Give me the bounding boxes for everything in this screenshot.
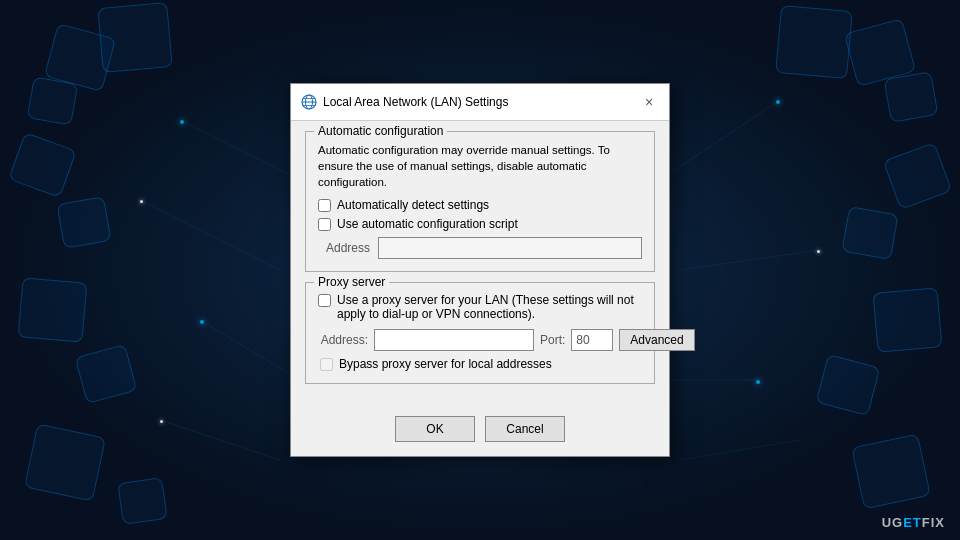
bypass-proxy-checkbox[interactable] <box>320 358 333 371</box>
proxy-address-row: Address: Port: Advanced <box>318 329 642 351</box>
auto-detect-row: Automatically detect settings <box>318 198 642 212</box>
auto-script-row: Use automatic configuration script <box>318 217 642 231</box>
svg-line-5 <box>160 420 280 460</box>
watermark-text1: UG <box>882 515 904 530</box>
bypass-row: Bypass proxy server for local addresses <box>318 357 642 371</box>
ok-button[interactable]: OK <box>395 416 475 442</box>
proxy-server-section: Proxy server Use a proxy server for your… <box>305 282 655 384</box>
advanced-button[interactable]: Advanced <box>619 329 694 351</box>
cancel-button[interactable]: Cancel <box>485 416 565 442</box>
watermark-text2: FIX <box>922 515 945 530</box>
use-proxy-label[interactable]: Use a proxy server for your LAN (These s… <box>337 293 642 321</box>
svg-line-1 <box>140 200 280 270</box>
watermark-highlight: ET <box>903 515 922 530</box>
proxy-enable-row: Use a proxy server for your LAN (These s… <box>318 293 642 321</box>
svg-line-3 <box>680 250 820 270</box>
auto-address-input[interactable] <box>378 237 642 259</box>
automatic-config-section: Automatic configuration Automatic config… <box>305 131 655 272</box>
svg-line-2 <box>660 100 780 180</box>
dialog-body: Automatic configuration Automatic config… <box>291 121 669 408</box>
dialog-footer: OK Cancel <box>291 408 669 456</box>
proxy-address-input[interactable] <box>374 329 534 351</box>
watermark: UGETFIX <box>882 515 945 530</box>
auto-script-checkbox[interactable] <box>318 218 331 231</box>
svg-line-0 <box>180 120 300 180</box>
svg-line-7 <box>680 440 800 460</box>
bypass-proxy-label[interactable]: Bypass proxy server for local addresses <box>339 357 552 371</box>
auto-address-row: Address <box>318 237 642 259</box>
proxy-address-label: Address: <box>318 333 368 347</box>
dialog-titlebar: Local Area Network (LAN) Settings × <box>291 84 669 121</box>
automatic-config-description: Automatic configuration may override man… <box>318 142 642 190</box>
use-proxy-checkbox[interactable] <box>318 294 331 307</box>
auto-script-label[interactable]: Use automatic configuration script <box>337 217 518 231</box>
port-label: Port: <box>540 333 565 347</box>
auto-address-label: Address <box>320 241 370 255</box>
port-input[interactable] <box>571 329 613 351</box>
proxy-server-legend: Proxy server <box>314 275 389 289</box>
automatic-config-legend: Automatic configuration <box>314 124 447 138</box>
globe-icon <box>301 94 317 110</box>
auto-detect-checkbox[interactable] <box>318 199 331 212</box>
svg-line-4 <box>200 320 300 380</box>
dialog-title: Local Area Network (LAN) Settings <box>323 95 633 109</box>
lan-settings-dialog: Local Area Network (LAN) Settings × Auto… <box>290 83 670 457</box>
auto-detect-label[interactable]: Automatically detect settings <box>337 198 489 212</box>
close-button[interactable]: × <box>639 92 659 112</box>
